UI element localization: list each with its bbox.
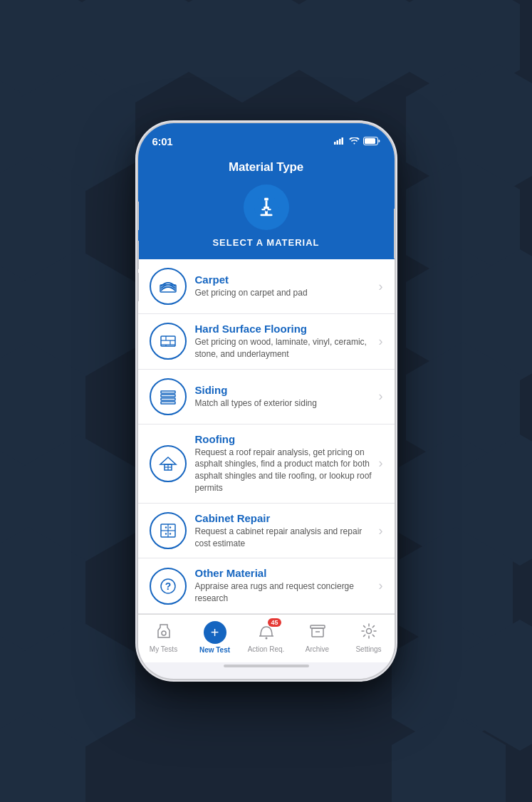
svg-point-35	[169, 533, 170, 534]
new-test-label: New Test	[199, 646, 230, 654]
action-req-label: Action Req.	[248, 645, 285, 653]
svg-rect-41	[312, 628, 323, 637]
cabinet-repair-content: Cabinet Repair Request a cabinet repair …	[195, 512, 373, 550]
siding-content: Siding Match all types of exterior sidin…	[195, 384, 373, 410]
hard-surface-icon	[157, 330, 179, 352]
list-item-cabinet-repair[interactable]: Cabinet Repair Request a cabinet repair …	[138, 504, 395, 559]
svg-point-34	[169, 526, 170, 528]
cabinet-repair-icon-circle	[150, 512, 187, 549]
roofing-title: Roofing	[195, 433, 373, 445]
my-tests-icon	[155, 622, 173, 640]
carpet-desc: Get pricing on carpet and pad	[195, 287, 373, 299]
svg-point-39	[265, 637, 267, 640]
siding-icon	[157, 386, 179, 407]
other-material-desc: Appraise area rugs and request concierge…	[195, 580, 373, 605]
hard-surface-title: Hard Surface Flooring	[195, 323, 373, 335]
microscope-icon	[253, 194, 280, 221]
other-material-content: Other Material Appraise area rugs and re…	[195, 567, 373, 605]
tab-new-test[interactable]: + New Test	[189, 621, 241, 654]
svg-rect-8	[265, 201, 267, 208]
carpet-title: Carpet	[195, 274, 373, 286]
svg-point-43	[366, 629, 371, 634]
siding-icon-circle	[150, 378, 187, 415]
cabinet-repair-chevron: ›	[379, 524, 383, 538]
material-list: Carpet Get pricing on carpet and pad › H…	[138, 259, 395, 614]
svg-rect-3	[341, 137, 343, 145]
cabinet-repair-desc: Request a cabinet repair analysis and re…	[195, 526, 373, 550]
wifi-icon	[349, 137, 360, 145]
carpet-icon-circle	[150, 268, 187, 305]
archive-label: Archive	[306, 645, 329, 653]
other-material-chevron: ›	[379, 578, 383, 593]
siding-chevron: ›	[379, 389, 383, 404]
archive-icon	[308, 622, 327, 640]
svg-rect-1	[336, 140, 338, 145]
tab-settings[interactable]: Settings	[343, 622, 395, 653]
tab-archive[interactable]: Archive	[292, 622, 343, 653]
list-item-hard-surface[interactable]: Hard Surface Flooring Get pricing on woo…	[138, 314, 395, 370]
svg-rect-0	[334, 142, 336, 145]
microscope-icon-circle	[244, 184, 289, 230]
status-bar: 6:01	[138, 123, 395, 155]
tab-action-req[interactable]: 45 Action Req.	[241, 622, 292, 653]
roofing-content: Roofing Request a roof repair analysis, …	[195, 433, 373, 494]
cabinet-repair-title: Cabinet Repair	[195, 512, 373, 524]
action-req-icon-wrap: 45	[257, 622, 276, 643]
roofing-icon-circle	[150, 445, 187, 482]
action-req-badge: 45	[268, 618, 281, 627]
home-bar	[224, 665, 309, 667]
battery-icon	[363, 137, 380, 145]
hard-surface-chevron: ›	[379, 334, 383, 349]
header: Material Type SELECT A MATER	[138, 155, 395, 259]
list-item-other-material[interactable]: ? Other Material Appraise area rugs and …	[138, 558, 395, 614]
svg-point-32	[165, 526, 166, 528]
other-material-icon-circle: ?	[150, 568, 187, 605]
phone-frame: 6:01 Material Type	[138, 123, 395, 679]
status-icons	[334, 137, 380, 145]
tab-my-tests[interactable]: My Tests	[138, 622, 189, 653]
svg-point-38	[162, 631, 166, 635]
my-tests-icon-wrap	[155, 622, 173, 643]
hard-surface-content: Hard Surface Flooring Get pricing on woo…	[195, 323, 373, 360]
carpet-content: Carpet Get pricing on carpet and pad	[195, 274, 373, 299]
hard-surface-desc: Get pricing on wood, laminate, vinyl, ce…	[195, 336, 373, 360]
roofing-icon	[157, 453, 179, 474]
svg-marker-25	[160, 457, 176, 464]
list-item-carpet[interactable]: Carpet Get pricing on carpet and pad ›	[138, 259, 395, 314]
settings-icon-wrap	[360, 622, 378, 643]
status-time: 6:01	[152, 135, 173, 147]
svg-rect-24	[161, 402, 175, 404]
hard-surface-icon-circle	[150, 323, 187, 360]
settings-label: Settings	[355, 645, 381, 653]
home-indicator	[138, 662, 395, 670]
other-material-icon: ?	[157, 576, 179, 597]
svg-point-33	[165, 533, 166, 534]
new-test-plus-icon: +	[204, 621, 226, 644]
list-item-roofing[interactable]: Roofing Request a roof repair analysis, …	[138, 425, 395, 504]
svg-rect-21	[161, 391, 175, 393]
archive-icon-wrap	[308, 622, 327, 643]
siding-desc: Match all types of exterior siding	[195, 397, 373, 410]
svg-point-13	[265, 209, 268, 212]
roofing-chevron: ›	[379, 456, 383, 471]
svg-rect-5	[365, 138, 375, 144]
my-tests-label: My Tests	[150, 645, 177, 653]
tab-bar: My Tests + New Test 45 Action Req.	[138, 614, 395, 662]
svg-rect-7	[264, 198, 268, 201]
list-item-siding[interactable]: Siding Match all types of exterior sidin…	[138, 370, 395, 425]
cabinet-repair-icon	[157, 520, 179, 541]
settings-icon	[360, 622, 378, 640]
svg-rect-22	[161, 395, 175, 397]
svg-text:?: ?	[165, 580, 171, 592]
roofing-desc: Request a roof repair analysis, get pric…	[195, 447, 373, 494]
header-title: Material Type	[229, 160, 303, 175]
svg-rect-23	[161, 398, 175, 400]
carpet-icon	[157, 276, 179, 297]
siding-title: Siding	[195, 384, 373, 396]
svg-rect-2	[339, 139, 341, 145]
select-label: SELECT A MATERIAL	[212, 237, 319, 248]
other-material-title: Other Material	[195, 567, 373, 579]
signal-icon	[334, 137, 345, 145]
carpet-chevron: ›	[379, 279, 383, 294]
